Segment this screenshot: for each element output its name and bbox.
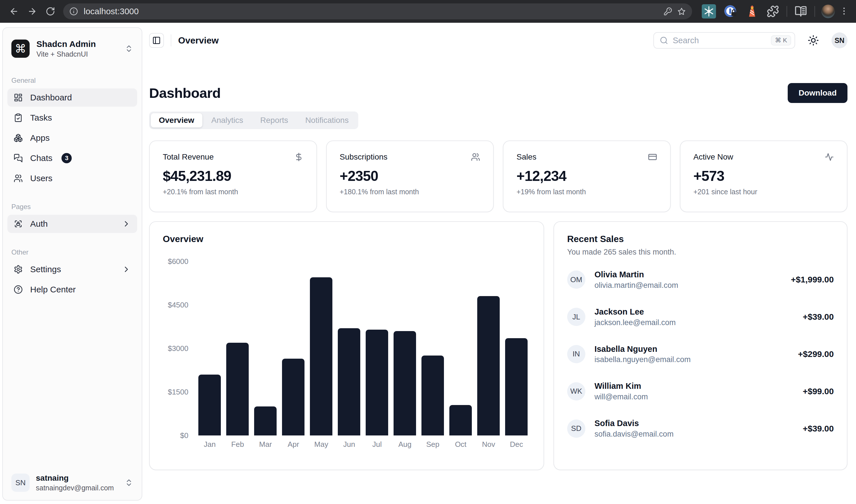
bar-may	[310, 277, 332, 435]
page-title: Dashboard	[149, 85, 221, 101]
sale-row-sofia-davis: SDSofia Davissofia.davis@email.com+$39.0…	[567, 418, 834, 438]
sale-email: sofia.davis@email.com	[594, 430, 674, 438]
bar-dec	[505, 338, 528, 435]
sidebar-toggle-button[interactable]	[149, 33, 164, 48]
url-input[interactable]	[83, 6, 659, 17]
recent-sales-title: Recent Sales	[567, 234, 834, 244]
lock-scan-icon	[14, 219, 23, 228]
search-box[interactable]: ⌘ K	[653, 32, 795, 49]
tab-reports[interactable]: Reports	[252, 113, 296, 127]
theme-toggle-button[interactable]	[808, 35, 819, 46]
sidebar-item-label: Apps	[30, 133, 50, 143]
site-info-icon[interactable]	[69, 7, 78, 16]
sidebar-item-tasks[interactable]: Tasks	[7, 109, 137, 127]
profile-photo-icon	[821, 4, 836, 19]
reload-icon	[46, 6, 55, 16]
chart-x-axis: JanFebMarAprMayJunJulAugSepOctNovDec	[196, 440, 530, 449]
extensions-puzzle-icon[interactable]	[767, 5, 779, 18]
x-tick-label: Jan	[196, 440, 224, 449]
sidebar-item-label: Help Center	[30, 285, 76, 294]
tab-overview[interactable]: Overview	[151, 113, 202, 127]
team-switcher[interactable]: ⌘ Shadcn Admin Vite + ShadcnUI	[7, 36, 137, 61]
teal-extension-icon[interactable]	[702, 4, 716, 18]
sidebar-user-menu[interactable]: SN satnaing satnaingdev@gmail.com	[7, 470, 137, 496]
sidebar-nav: GeneralDashboardTasksAppsChats3UsersPage…	[7, 61, 137, 299]
sale-row-isabella-nguyen: INIsabella Nguyenisabella.nguyen@email.c…	[567, 344, 834, 364]
chart-y-axis: $6000$4500$3000$1500$0	[163, 262, 196, 435]
tab-notifications[interactable]: Notifications	[297, 113, 357, 127]
search-input[interactable]	[672, 36, 767, 46]
bar-oct	[449, 405, 472, 435]
x-tick-label: Apr	[279, 440, 307, 449]
browser-reload-button[interactable]	[43, 4, 58, 19]
sidebar-item-chats[interactable]: Chats3	[7, 149, 137, 167]
sale-name: Jackson Lee	[594, 307, 676, 317]
onepassword-extension-icon[interactable]	[723, 4, 738, 18]
header-avatar[interactable]: SN	[832, 32, 848, 48]
reading-list-icon[interactable]	[794, 5, 807, 18]
stat-value: +573	[694, 168, 834, 184]
user-avatar: SN	[11, 473, 30, 492]
sidebar-item-apps[interactable]: Apps	[7, 129, 137, 147]
download-button[interactable]: Download	[788, 83, 848, 103]
chevrons-up-down-icon	[125, 44, 133, 53]
breadcrumb: Overview	[178, 35, 219, 46]
sale-row-olivia-martin: OMOlivia Martinolivia.martin@email.com+$…	[567, 270, 834, 290]
stat-change: +20.1% from last month	[163, 188, 303, 196]
lighthouse-extension-icon[interactable]	[745, 4, 759, 18]
x-tick-label: Jul	[363, 440, 391, 449]
browser-back-button[interactable]	[6, 4, 22, 19]
bar-jun	[338, 328, 360, 435]
tab-analytics[interactable]: Analytics	[204, 113, 251, 127]
password-manager-icon[interactable]	[664, 7, 672, 16]
recent-sales-card: Recent Sales You made 265 sales this mon…	[554, 221, 848, 470]
bookmark-star-icon[interactable]	[677, 7, 686, 16]
sale-row-william-kim: WKWilliam Kimwill@email.com+$99.00	[567, 381, 834, 401]
browser-menu-button[interactable]	[838, 4, 850, 19]
sale-row-jackson-lee: JLJackson Leejackson.lee@email.com+$39.0…	[567, 307, 834, 327]
x-tick-label: Nov	[475, 440, 503, 449]
sidebar-item-settings[interactable]: Settings	[7, 260, 137, 278]
stat-value: $45,231.89	[163, 168, 303, 184]
header-divider	[171, 34, 171, 47]
section-label-other: Other	[7, 248, 137, 256]
sidebar-item-help-center[interactable]: Help Center	[7, 281, 137, 299]
back-icon	[9, 6, 19, 16]
sun-icon	[808, 35, 819, 46]
address-bar[interactable]	[63, 3, 692, 19]
sidebar-item-dashboard[interactable]: Dashboard	[7, 88, 137, 107]
section-label-general: General	[7, 76, 137, 85]
stat-card-total-revenue: Total Revenue$45,231.89+20.1% from last …	[149, 141, 317, 212]
browser-profile-avatar[interactable]	[821, 4, 836, 19]
y-tick-label: $0	[180, 431, 188, 440]
y-tick-label: $3000	[168, 344, 188, 353]
stats-row: Total Revenue$45,231.89+20.1% from last …	[149, 141, 848, 212]
sidebar-item-auth[interactable]: Auth	[7, 215, 137, 233]
stat-title: Subscriptions	[340, 152, 388, 162]
panel-left-icon	[152, 36, 161, 44]
search-icon	[660, 36, 668, 44]
x-tick-label: May	[307, 440, 335, 449]
browser-forward-button[interactable]	[24, 4, 40, 19]
main-content: Overview ⌘ K SN Dashboard Download Overv…	[142, 23, 856, 504]
sale-email: will@email.com	[594, 393, 648, 401]
sidebar-item-users[interactable]: Users	[7, 169, 137, 187]
stat-change: +19% from last month	[517, 188, 657, 196]
user-name: satnaing	[36, 473, 114, 483]
sidebar: ⌘ Shadcn Admin Vite + ShadcnUI GeneralDa…	[2, 27, 142, 501]
x-tick-label: Feb	[224, 440, 251, 449]
x-tick-label: Jun	[335, 440, 363, 449]
sale-amount: +$99.00	[803, 386, 834, 396]
command-icon: ⌘	[15, 43, 26, 54]
sale-name: Sofia Davis	[594, 418, 674, 428]
x-tick-label: Oct	[447, 440, 475, 449]
sale-avatar: SD	[567, 419, 586, 438]
app-shell: ⌘ Shadcn Admin Vite + ShadcnUI GeneralDa…	[0, 23, 856, 504]
sale-avatar: OM	[567, 270, 586, 289]
stat-card-subscriptions: Subscriptions+2350+180.1% from last mont…	[326, 141, 494, 212]
sale-email: isabella.nguyen@email.com	[594, 355, 691, 364]
browser-toolbar	[0, 0, 856, 23]
help-icon	[14, 285, 23, 294]
chart-bars	[196, 262, 530, 435]
x-tick-label: Sep	[419, 440, 447, 449]
